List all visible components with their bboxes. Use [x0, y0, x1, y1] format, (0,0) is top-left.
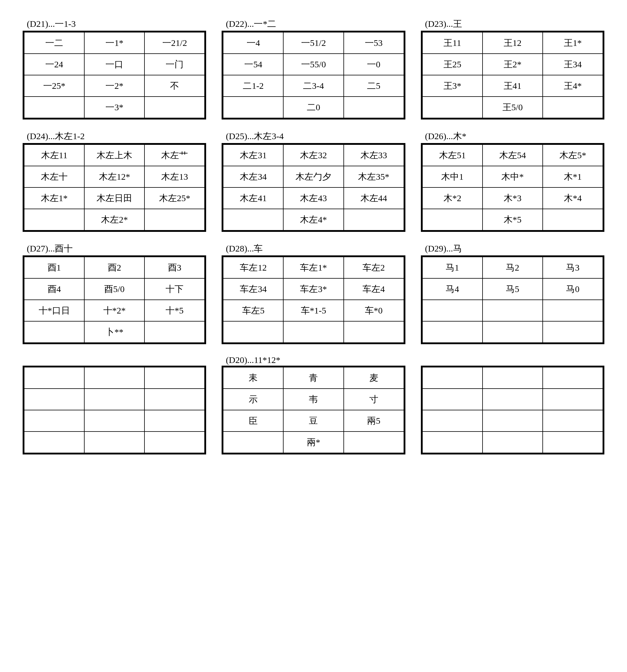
table-row: 木左4* — [223, 209, 404, 230]
grid-cell: 木左11 — [24, 145, 84, 166]
grid-cell: 木左32 — [283, 145, 344, 166]
grid-page: (D21)...一1-3一二一1*一21/2一24一口一门一25*一2*不一3*… — [24, 18, 603, 453]
grid-cell — [482, 410, 543, 432]
table-row: 耒青麦 — [223, 367, 404, 389]
grid-table — [422, 367, 603, 453]
grid-cell: 木左33 — [344, 145, 404, 166]
grid-cell — [24, 432, 84, 453]
grid-cell: 酉3 — [145, 257, 205, 278]
grid-cell: 木左34 — [223, 166, 283, 188]
panel-title: (D25)...木左3-4 — [226, 130, 404, 142]
grid-cell: 卜** — [84, 321, 145, 343]
grid-cell: 十下 — [145, 278, 205, 300]
panel — [24, 355, 205, 453]
grid-cell: 木左5* — [543, 145, 603, 166]
grid-cell: 一口 — [84, 54, 145, 75]
panel-title: (D20)...11*12* — [226, 355, 404, 365]
grid-cell — [422, 410, 482, 432]
grid-cell: 木左25* — [145, 188, 205, 209]
grid-cell — [422, 321, 482, 343]
grid-cell: 王1* — [543, 32, 603, 54]
grid-cell — [145, 367, 205, 389]
grid-cell — [543, 367, 603, 389]
grid-cell: 一1* — [84, 32, 145, 54]
grid-cell — [422, 432, 482, 453]
grid-cell — [543, 389, 603, 410]
grid-cell: 一4 — [223, 32, 283, 54]
grid-cell: 一2* — [84, 75, 145, 97]
panel: (D27)...酉十酉1酉2酉3酉4酉5/0十下十*口日十*2*十*5卜** — [24, 243, 205, 343]
grid-cell: 木左上木 — [84, 145, 145, 166]
grid-table: 木左11木左上木木左艹木左十木左12*木左13木左1*木左日田木左25*木左2* — [24, 144, 205, 231]
table-row: 酉1酉2酉3 — [24, 257, 205, 278]
grid-cell — [145, 389, 205, 410]
grid-cell: 木左勹夕 — [283, 166, 344, 188]
grid-cell — [84, 367, 145, 389]
table-row: 一25*一2*不 — [24, 75, 205, 97]
grid-cell — [344, 321, 404, 343]
grid-cell: 木左35* — [344, 166, 404, 188]
grid-cell: 青 — [283, 367, 344, 389]
grid-cell: 木左1* — [24, 188, 84, 209]
grid-cell: 车左12 — [223, 257, 283, 278]
grid-cell — [223, 321, 283, 343]
grid-cell: 兩* — [283, 432, 344, 453]
grid-cell — [145, 97, 205, 118]
grid-cell — [145, 321, 205, 343]
grid-cell: 豆 — [283, 410, 344, 432]
grid-cell — [223, 97, 283, 118]
grid-table: 王11王12王1*王25王2*王34王3*王41王4*王5/0 — [422, 32, 603, 118]
table-row: 示韦寸 — [223, 389, 404, 410]
grid-cell — [24, 321, 84, 343]
grid-cell — [344, 209, 404, 230]
table-row: 木左41木左43木左44 — [223, 188, 404, 209]
grid-cell: 一51/2 — [283, 32, 344, 54]
grid-cell: 十*5 — [145, 300, 205, 321]
grid-cell: 木左2* — [84, 209, 145, 230]
grid-cell — [223, 209, 283, 230]
table-row — [24, 410, 205, 432]
grid-cell: 酉1 — [24, 257, 84, 278]
table-row — [422, 410, 603, 432]
grid-cell — [422, 367, 482, 389]
grid-cell: 车左4 — [344, 278, 404, 300]
grid-cell: 车左34 — [223, 278, 283, 300]
table-row: 木左34木左勹夕木左35* — [223, 166, 404, 188]
grid-cell: 木左54 — [482, 145, 543, 166]
grid-cell — [543, 410, 603, 432]
grid-cell — [344, 432, 404, 453]
table-row: 卜** — [24, 321, 205, 343]
table-row: 王5/0 — [422, 97, 603, 118]
grid-cell: 二3-4 — [283, 75, 344, 97]
grid-cell — [482, 432, 543, 453]
grid-cell: 十*2* — [84, 300, 145, 321]
grid-cell: 木*5 — [482, 209, 543, 230]
grid-cell: 马3 — [543, 257, 603, 278]
grid-cell — [422, 300, 482, 321]
grid-cell: 木左4* — [283, 209, 344, 230]
grid-table: 车左12车左1*车左2车左34车左3*车左4车左5车*1-5车*0 — [223, 257, 404, 343]
grid-cell: 木左13 — [145, 166, 205, 188]
panel: (D23)...王王11王12王1*王25王2*王34王3*王41王4*王5/0 — [422, 18, 603, 118]
table-row: 臣豆兩5 — [223, 410, 404, 432]
table-row: 一二一1*一21/2 — [24, 32, 205, 54]
grid-cell: 王2* — [482, 54, 543, 75]
grid-table — [24, 367, 205, 453]
grid-cell: 一二 — [24, 32, 84, 54]
table-row: 二0 — [223, 97, 404, 118]
panel: (D28)...车车左12车左1*车左2车左34车左3*车左4车左5车*1-5车… — [223, 243, 404, 343]
grid-cell — [84, 410, 145, 432]
grid-cell: 木左31 — [223, 145, 283, 166]
grid-cell: 木中1 — [422, 166, 482, 188]
grid-cell — [482, 300, 543, 321]
grid-cell: 韦 — [283, 389, 344, 410]
grid-cell: 一3* — [84, 97, 145, 118]
table-row — [24, 367, 205, 389]
table-row — [422, 300, 603, 321]
grid-table: 木左31木左32木左33木左34木左勹夕木左35*木左41木左43木左44木左4… — [223, 144, 404, 231]
panel-title — [425, 355, 603, 365]
grid-cell — [24, 389, 84, 410]
grid-cell: 王11 — [422, 32, 482, 54]
grid-cell — [145, 432, 205, 453]
table-row: 王25王2*王34 — [422, 54, 603, 75]
